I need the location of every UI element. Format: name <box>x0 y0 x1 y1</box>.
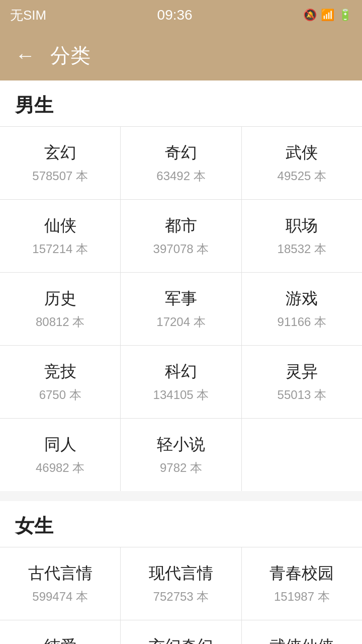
category-count: 49525 本 <box>278 168 326 184</box>
category-name: 同人 <box>44 434 76 456</box>
category-name: 古代言情 <box>28 562 93 585</box>
time-label: 09:36 <box>157 7 193 23</box>
category-count: 752753 本 <box>153 589 209 605</box>
category-count: 63492 本 <box>156 168 205 184</box>
category-cell[interactable]: 同人46982 本 <box>0 419 120 491</box>
category-cell[interactable]: 历史80812 本 <box>0 273 120 345</box>
category-cell[interactable]: 奇幻63492 本 <box>121 127 241 199</box>
category-name: 科幻 <box>165 361 197 383</box>
category-cell[interactable]: 科幻134105 本 <box>121 346 241 418</box>
content: 男生玄幻578507 本奇幻63492 本武侠49525 本仙侠157214 本… <box>0 80 362 644</box>
section-header-male: 男生 <box>0 80 362 126</box>
category-cell[interactable]: 职场18532 本 <box>242 200 362 272</box>
category-name: 职场 <box>286 215 318 237</box>
category-count: 91166 本 <box>278 314 326 330</box>
category-cell[interactable]: 仙侠157214 本 <box>0 200 120 272</box>
category-cell[interactable]: 游戏91166 本 <box>242 273 362 345</box>
category-name: 历史 <box>44 288 76 310</box>
category-name: 武侠仙侠 <box>269 635 334 644</box>
category-cell[interactable]: 武侠仙侠81778 本 <box>242 620 362 644</box>
category-cell[interactable]: 轻小说9782 本 <box>121 419 241 491</box>
category-count: 6750 本 <box>39 387 81 403</box>
category-cell[interactable]: 都市397078 本 <box>121 200 241 272</box>
category-name: 竞技 <box>44 361 76 383</box>
category-count: 55013 本 <box>278 387 326 403</box>
category-count: 17204 本 <box>156 314 205 330</box>
category-cell[interactable]: 纯爱130456 本 <box>0 620 120 644</box>
category-count: 397078 本 <box>153 241 209 257</box>
category-cell[interactable]: 古代言情599474 本 <box>0 547 120 620</box>
category-count: 46982 本 <box>36 460 84 476</box>
category-name: 灵异 <box>286 361 318 383</box>
category-name: 仙侠 <box>44 215 76 237</box>
category-cell[interactable]: 玄幻奇幻164958 本 <box>121 620 241 644</box>
category-count: 578507 本 <box>32 168 88 184</box>
category-count: 599474 本 <box>32 589 88 605</box>
category-grid-male: 玄幻578507 本奇幻63492 本武侠49525 本仙侠157214 本都市… <box>0 126 362 491</box>
category-cell[interactable]: 青春校园151987 本 <box>242 547 362 620</box>
category-count: 134105 本 <box>153 387 209 403</box>
page-title: 分类 <box>50 42 90 69</box>
category-name: 武侠 <box>286 142 318 164</box>
category-name: 轻小说 <box>157 434 205 456</box>
wifi-icon: 📶 <box>321 9 334 22</box>
battery-icon: 🔋 <box>338 9 352 22</box>
category-count: 151987 本 <box>274 589 330 605</box>
category-name: 纯爱 <box>44 635 76 644</box>
category-cell[interactable]: 武侠49525 本 <box>242 127 362 199</box>
status-bar: 无SIM 09:36 🔕 📶 🔋 <box>0 0 362 30</box>
category-cell <box>242 419 362 491</box>
category-cell[interactable]: 现代言情752753 本 <box>121 547 241 620</box>
category-name: 玄幻奇幻 <box>149 635 213 644</box>
category-name: 玄幻 <box>44 142 76 164</box>
section-header-female: 女生 <box>0 501 362 547</box>
category-name: 奇幻 <box>165 142 197 164</box>
category-cell[interactable]: 玄幻578507 本 <box>0 127 120 199</box>
category-cell[interactable]: 军事17204 本 <box>121 273 241 345</box>
category-count: 18532 本 <box>278 241 326 257</box>
category-count: 9782 本 <box>160 460 202 476</box>
category-cell[interactable]: 竞技6750 本 <box>0 346 120 418</box>
category-name: 现代言情 <box>149 562 213 585</box>
category-count: 80812 本 <box>36 314 84 330</box>
section-divider <box>0 491 362 501</box>
header: ← 分类 <box>0 30 362 80</box>
status-icons: 🔕 📶 🔋 <box>303 9 352 22</box>
category-name: 青春校园 <box>269 562 334 585</box>
category-grid-female: 古代言情599474 本现代言情752753 本青春校园151987 本纯爱13… <box>0 547 362 644</box>
category-count: 157214 本 <box>32 241 88 257</box>
category-name: 都市 <box>165 215 197 237</box>
mute-icon: 🔕 <box>303 9 317 22</box>
category-name: 军事 <box>165 288 197 310</box>
category-cell[interactable]: 灵异55013 本 <box>242 346 362 418</box>
back-button[interactable]: ← <box>15 44 35 67</box>
carrier-label: 无SIM <box>10 7 46 24</box>
category-name: 游戏 <box>286 288 318 310</box>
